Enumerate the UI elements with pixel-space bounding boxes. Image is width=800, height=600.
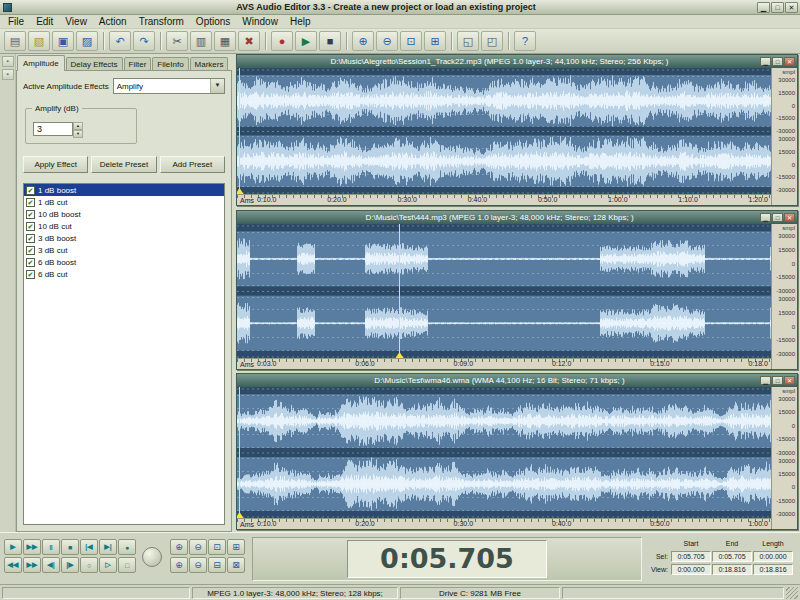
tab[interactable]: Markers — [190, 57, 229, 71]
tab[interactable]: FileInfo — [152, 57, 188, 71]
delete-button[interactable]: ✖ — [238, 31, 260, 51]
preset-item[interactable]: ✔ 3 dB cut — [24, 244, 224, 256]
separator[interactable] — [157, 32, 164, 50]
tab[interactable]: Amplitude — [17, 55, 65, 71]
play-button[interactable]: ▶ — [4, 539, 22, 555]
cut-button[interactable]: ✂ — [166, 31, 188, 51]
minimize-button[interactable]: ▁ — [757, 2, 770, 13]
mute-button[interactable]: □ — [118, 557, 136, 573]
timeline-ruler[interactable]: Ams 0:03.00:06.00:09.00:12.00:15.00:18.0 — [237, 358, 771, 369]
minimize-button[interactable]: ▁ — [760, 57, 771, 66]
new-button[interactable]: ▤ — [4, 31, 26, 51]
delete-preset-button[interactable]: Delete Preset — [91, 156, 156, 173]
save-as-button[interactable]: ▨ — [76, 31, 98, 51]
menu-item[interactable]: Edit — [30, 16, 59, 27]
preset-item[interactable]: ✔ 10 dB cut — [24, 220, 224, 232]
go-to-start-button[interactable]: |◀ — [80, 539, 98, 555]
close-button[interactable]: ✕ — [784, 57, 795, 66]
waveform[interactable] — [237, 68, 771, 194]
editor-title-bar[interactable]: D:\Music\Test\444.mp3 (MPEG 1.0 layer-3;… — [237, 211, 797, 224]
minimize-button[interactable]: ▁ — [760, 376, 771, 385]
amplify-spinner[interactable]: 3 ▲ ▼ — [33, 122, 83, 138]
separator[interactable] — [343, 32, 350, 50]
menu-item[interactable]: File — [2, 16, 30, 27]
loop-button[interactable]: ○ — [80, 557, 98, 573]
undo-button[interactable]: ↶ — [109, 31, 131, 51]
spin-up-icon[interactable]: ▲ — [73, 122, 83, 130]
redo-button[interactable]: ↷ — [133, 31, 155, 51]
minimize-button[interactable]: ▁ — [760, 213, 771, 222]
stop-button[interactable]: ■ — [61, 539, 79, 555]
preset-item[interactable]: ✔ 6 dB boost — [24, 256, 224, 268]
checkbox[interactable]: ✔ — [26, 246, 35, 255]
resize-grip[interactable] — [786, 587, 798, 599]
paste-button[interactable]: ▦ — [214, 31, 236, 51]
checkbox[interactable]: ✔ — [26, 258, 35, 267]
zoom-out-button[interactable]: ⊖ — [189, 539, 207, 555]
prev-marker-button[interactable]: ◀| — [42, 557, 60, 573]
preset-item[interactable]: ✔ 6 dB cut — [24, 268, 224, 280]
maximize-button[interactable]: □ — [772, 376, 783, 385]
separator[interactable] — [505, 32, 512, 50]
zoom-vertical-out-button[interactable]: ⊖ — [189, 557, 207, 573]
preset-item[interactable]: ✔ 1 dB boost — [24, 184, 224, 196]
zoom-selection-button[interactable]: ⊡ — [208, 539, 226, 555]
editor-title-bar[interactable]: D:\Music\Test\wma46.wma (WMA 44,100 Hz; … — [237, 374, 797, 387]
close-button[interactable]: ✕ — [785, 2, 798, 13]
menu-item[interactable]: View — [59, 16, 93, 27]
record-button[interactable]: ● — [271, 31, 293, 51]
separator[interactable] — [100, 32, 107, 50]
add-preset-button[interactable]: Add Preset — [160, 156, 225, 173]
zoom-all-button[interactable]: ⊞ — [227, 539, 245, 555]
rewind-button[interactable]: ◀◀ — [4, 557, 22, 573]
checkbox[interactable]: ✔ — [26, 198, 35, 207]
maximize-button[interactable]: □ — [772, 213, 783, 222]
go-to-end-button[interactable]: ▶| — [99, 539, 117, 555]
zoom-normal-button[interactable]: ⊟ — [208, 557, 226, 573]
stop-button[interactable]: ■ — [319, 31, 341, 51]
waveform[interactable] — [237, 387, 771, 518]
dock-handle-button[interactable]: ▪ — [2, 69, 14, 80]
fast-forward-button[interactable]: ▶▶ — [23, 557, 41, 573]
maximize-button[interactable]: □ — [772, 57, 783, 66]
timeline-ruler[interactable]: Ams 0:10.00:20.00:30.00:40.00:50.01:00.0… — [237, 194, 771, 205]
close-button[interactable]: ✕ — [784, 376, 795, 385]
tab[interactable]: Delay Effects — [66, 57, 123, 71]
preset-item[interactable]: ✔ 10 dB boost — [24, 208, 224, 220]
record-button[interactable]: ● — [118, 539, 136, 555]
tab[interactable]: Filter — [124, 57, 152, 71]
separator[interactable] — [448, 32, 455, 50]
zoom-in-button[interactable]: ⊕ — [352, 31, 374, 51]
menu-item[interactable]: Help — [284, 16, 317, 27]
record-level-knob[interactable] — [142, 547, 162, 567]
dock-handle-button[interactable]: ▪ — [2, 56, 14, 67]
save-button[interactable]: ▣ — [52, 31, 74, 51]
zoom-selection-button[interactable]: ⊡ — [400, 31, 422, 51]
tile-windows-button[interactable]: ◰ — [481, 31, 503, 51]
play-selection-button[interactable]: ▷ — [99, 557, 117, 573]
checkbox[interactable]: ✔ — [26, 234, 35, 243]
checkbox[interactable]: ✔ — [26, 210, 35, 219]
copy-button[interactable]: ▥ — [190, 31, 212, 51]
menu-item[interactable]: Action — [93, 16, 133, 27]
pause-button[interactable]: ‖ — [42, 539, 60, 555]
preset-item[interactable]: ✔ 3 dB boost — [24, 232, 224, 244]
zoom-in-button[interactable]: ⊕ — [170, 539, 188, 555]
title-bar[interactable]: AVS Audio Editor 3.3 - Create a new proj… — [0, 0, 800, 15]
play-all-button[interactable]: ▶▶ — [23, 539, 41, 555]
zoom-all-button[interactable]: ⊞ — [424, 31, 446, 51]
apply-effect-button[interactable]: Apply Effect — [23, 156, 88, 173]
timeline-ruler[interactable]: Ams 0:10.00:20.00:30.00:40.00:50.01:00.0 — [237, 518, 771, 529]
separator[interactable] — [262, 32, 269, 50]
play-button[interactable]: ▶ — [295, 31, 317, 51]
zoom-out-button[interactable]: ⊖ — [376, 31, 398, 51]
cascade-windows-button[interactable]: ◱ — [457, 31, 479, 51]
waveform[interactable] — [237, 224, 771, 358]
menu-item[interactable]: Options — [190, 16, 236, 27]
help-button[interactable]: ? — [514, 31, 536, 51]
checkbox[interactable]: ✔ — [26, 222, 35, 231]
zoom-full-button[interactable]: ⊠ — [227, 557, 245, 573]
effect-combobox[interactable]: Amplify ▼ — [113, 78, 225, 94]
maximize-button[interactable]: □ — [771, 2, 784, 13]
checkbox[interactable]: ✔ — [26, 186, 35, 195]
